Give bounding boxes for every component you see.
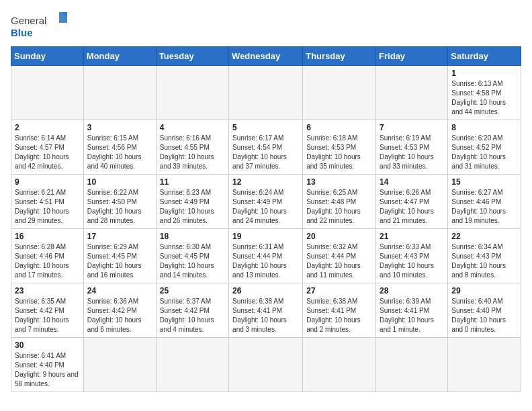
day-number: 15 (451, 177, 517, 187)
calendar-cell: 8Sunrise: 6:20 AM Sunset: 4:52 PM Daylig… (448, 120, 521, 175)
calendar-cell: 22Sunrise: 6:34 AM Sunset: 4:43 PM Dayli… (448, 229, 521, 283)
day-info: Sunrise: 6:38 AM Sunset: 4:41 PM Dayligh… (232, 297, 299, 334)
day-info: Sunrise: 6:21 AM Sunset: 4:51 PM Dayligh… (15, 188, 80, 226)
calendar-cell: 4Sunrise: 6:16 AM Sunset: 4:55 PM Daylig… (156, 120, 228, 175)
calendar-cell: 26Sunrise: 6:38 AM Sunset: 4:41 PM Dayli… (229, 283, 303, 338)
calendar-cell: 25Sunrise: 6:37 AM Sunset: 4:42 PM Dayli… (156, 283, 228, 338)
day-info: Sunrise: 6:14 AM Sunset: 4:57 PM Dayligh… (15, 134, 80, 171)
day-info: Sunrise: 6:29 AM Sunset: 4:45 PM Dayligh… (87, 242, 152, 280)
day-info: Sunrise: 6:19 AM Sunset: 4:53 PM Dayligh… (380, 134, 444, 171)
calendar-cell: 12Sunrise: 6:24 AM Sunset: 4:49 PM Dayli… (229, 175, 303, 229)
day-number: 6 (306, 123, 372, 132)
day-header-sunday: Sunday (11, 47, 84, 66)
day-number: 14 (380, 177, 444, 187)
logo: General Blue (11, 11, 71, 41)
day-info: Sunrise: 6:18 AM Sunset: 4:53 PM Dayligh… (306, 134, 372, 171)
calendar-cell: 3Sunrise: 6:15 AM Sunset: 4:56 PM Daylig… (83, 120, 156, 175)
day-number: 17 (87, 232, 152, 241)
page-header: General Blue (11, 11, 521, 41)
day-header-monday: Monday (83, 47, 156, 66)
calendar-cell (83, 66, 156, 120)
calendar-cell (376, 338, 448, 392)
calendar-cell: 15Sunrise: 6:27 AM Sunset: 4:46 PM Dayli… (448, 175, 521, 229)
day-number: 25 (160, 286, 225, 295)
calendar-cell (156, 66, 228, 120)
calendar-cell (448, 338, 521, 392)
day-number: 2 (15, 123, 80, 132)
day-number: 11 (160, 177, 225, 187)
calendar-cell (229, 66, 303, 120)
calendar-cell: 30Sunrise: 6:41 AM Sunset: 4:40 PM Dayli… (11, 338, 84, 392)
day-number: 1 (451, 68, 517, 78)
calendar-cell: 27Sunrise: 6:38 AM Sunset: 4:41 PM Dayli… (303, 283, 376, 338)
day-info: Sunrise: 6:38 AM Sunset: 4:41 PM Dayligh… (306, 297, 372, 334)
day-number: 22 (451, 232, 517, 241)
calendar-cell: 5Sunrise: 6:17 AM Sunset: 4:54 PM Daylig… (229, 120, 303, 175)
calendar-cell: 2Sunrise: 6:14 AM Sunset: 4:57 PM Daylig… (11, 120, 84, 175)
day-info: Sunrise: 6:17 AM Sunset: 4:54 PM Dayligh… (232, 134, 299, 171)
day-info: Sunrise: 6:16 AM Sunset: 4:55 PM Dayligh… (160, 134, 225, 171)
day-info: Sunrise: 6:41 AM Sunset: 4:40 PM Dayligh… (15, 351, 80, 389)
day-info: Sunrise: 6:23 AM Sunset: 4:49 PM Dayligh… (160, 188, 225, 226)
day-info: Sunrise: 6:24 AM Sunset: 4:49 PM Dayligh… (232, 188, 299, 226)
day-info: Sunrise: 6:25 AM Sunset: 4:48 PM Dayligh… (306, 188, 372, 226)
calendar-cell: 28Sunrise: 6:39 AM Sunset: 4:41 PM Dayli… (376, 283, 448, 338)
calendar-week-1: 1Sunrise: 6:13 AM Sunset: 4:58 PM Daylig… (11, 66, 521, 120)
day-number: 7 (380, 123, 444, 132)
day-info: Sunrise: 6:26 AM Sunset: 4:47 PM Dayligh… (380, 188, 444, 226)
day-number: 24 (87, 286, 152, 295)
calendar-cell (83, 338, 156, 392)
calendar-cell: 18Sunrise: 6:30 AM Sunset: 4:45 PM Dayli… (156, 229, 228, 283)
day-info: Sunrise: 6:20 AM Sunset: 4:52 PM Dayligh… (451, 134, 517, 171)
day-number: 3 (87, 123, 152, 132)
calendar-week-2: 2Sunrise: 6:14 AM Sunset: 4:57 PM Daylig… (11, 120, 521, 175)
calendar-cell (229, 338, 303, 392)
day-header-saturday: Saturday (448, 47, 521, 66)
day-info: Sunrise: 6:13 AM Sunset: 4:58 PM Dayligh… (451, 79, 517, 117)
calendar-cell: 23Sunrise: 6:35 AM Sunset: 4:42 PM Dayli… (11, 283, 84, 338)
calendar-cell: 29Sunrise: 6:40 AM Sunset: 4:40 PM Dayli… (448, 283, 521, 338)
calendar-cell: 11Sunrise: 6:23 AM Sunset: 4:49 PM Dayli… (156, 175, 228, 229)
calendar-week-5: 23Sunrise: 6:35 AM Sunset: 4:42 PM Dayli… (11, 283, 521, 338)
day-number: 4 (160, 123, 225, 132)
day-header-tuesday: Tuesday (156, 47, 228, 66)
svg-text:General: General (11, 15, 46, 26)
day-header-friday: Friday (376, 47, 448, 66)
day-info: Sunrise: 6:27 AM Sunset: 4:46 PM Dayligh… (451, 188, 517, 226)
calendar-cell: 1Sunrise: 6:13 AM Sunset: 4:58 PM Daylig… (448, 66, 521, 120)
day-number: 13 (306, 177, 372, 187)
calendar-cell: 9Sunrise: 6:21 AM Sunset: 4:51 PM Daylig… (11, 175, 84, 229)
day-info: Sunrise: 6:40 AM Sunset: 4:40 PM Dayligh… (451, 297, 517, 334)
day-number: 19 (232, 232, 299, 241)
calendar-cell (376, 66, 448, 120)
day-number: 10 (87, 177, 152, 187)
day-number: 9 (15, 177, 80, 187)
day-info: Sunrise: 6:34 AM Sunset: 4:43 PM Dayligh… (451, 242, 517, 280)
calendar-cell: 6Sunrise: 6:18 AM Sunset: 4:53 PM Daylig… (303, 120, 376, 175)
day-info: Sunrise: 6:36 AM Sunset: 4:42 PM Dayligh… (87, 297, 152, 334)
calendar-cell: 14Sunrise: 6:26 AM Sunset: 4:47 PM Dayli… (376, 175, 448, 229)
day-number: 29 (451, 286, 517, 295)
calendar-cell: 10Sunrise: 6:22 AM Sunset: 4:50 PM Dayli… (83, 175, 156, 229)
day-number: 26 (232, 286, 299, 295)
day-number: 8 (451, 123, 517, 132)
calendar-cell (303, 66, 376, 120)
calendar-week-3: 9Sunrise: 6:21 AM Sunset: 4:51 PM Daylig… (11, 175, 521, 229)
calendar-table: SundayMondayTuesdayWednesdayThursdayFrid… (11, 46, 521, 392)
day-number: 12 (232, 177, 299, 187)
day-number: 18 (160, 232, 225, 241)
calendar-body: 1Sunrise: 6:13 AM Sunset: 4:58 PM Daylig… (11, 66, 521, 392)
generalblue-logo: General Blue (11, 11, 71, 41)
day-info: Sunrise: 6:28 AM Sunset: 4:46 PM Dayligh… (15, 242, 80, 280)
calendar-week-4: 16Sunrise: 6:28 AM Sunset: 4:46 PM Dayli… (11, 229, 521, 283)
calendar-cell: 24Sunrise: 6:36 AM Sunset: 4:42 PM Dayli… (83, 283, 156, 338)
day-info: Sunrise: 6:30 AM Sunset: 4:45 PM Dayligh… (160, 242, 225, 280)
calendar-cell (156, 338, 228, 392)
day-number: 23 (15, 286, 80, 295)
calendar-cell: 17Sunrise: 6:29 AM Sunset: 4:45 PM Dayli… (83, 229, 156, 283)
day-number: 28 (380, 286, 444, 295)
day-number: 5 (232, 123, 299, 132)
day-number: 27 (306, 286, 372, 295)
day-header-thursday: Thursday (303, 47, 376, 66)
calendar-week-6: 30Sunrise: 6:41 AM Sunset: 4:40 PM Dayli… (11, 338, 521, 392)
